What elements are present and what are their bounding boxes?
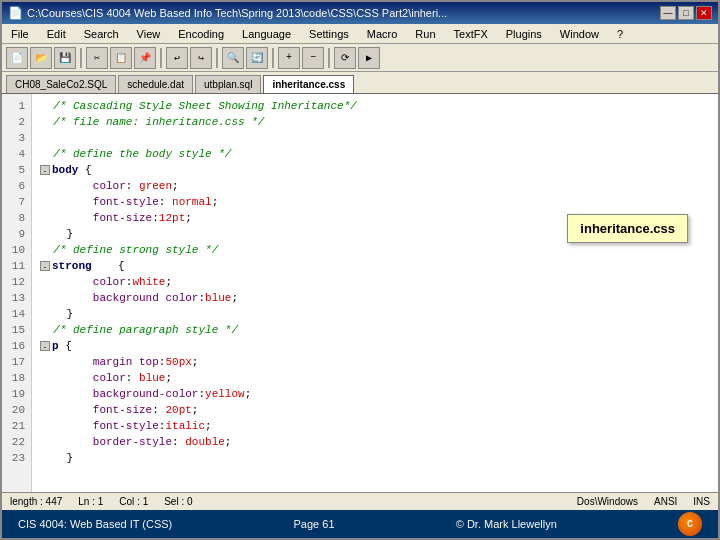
status-sel: Sel : 0 bbox=[164, 496, 192, 507]
status-dos: Dos\Windows bbox=[577, 496, 638, 507]
maximize-button[interactable]: □ bbox=[678, 6, 694, 20]
code-line-23: } bbox=[40, 450, 710, 466]
bottom-bar: CIS 4004: Web Based IT (CSS) Page 61 © D… bbox=[2, 510, 718, 538]
toolbar-cut[interactable]: ✂ bbox=[86, 47, 108, 69]
app-icon: 📄 bbox=[8, 6, 23, 20]
code-line-1: /* Cascading Style Sheet Showing Inherit… bbox=[40, 98, 710, 114]
code-line-11: -strong { bbox=[40, 258, 710, 274]
toolbar-redo[interactable]: ↪ bbox=[190, 47, 212, 69]
code-line-16: -p { bbox=[40, 338, 710, 354]
status-col: Col : 1 bbox=[119, 496, 148, 507]
minimize-button[interactable]: — bbox=[660, 6, 676, 20]
title-bar-buttons: — □ ✕ bbox=[660, 6, 712, 20]
status-ln: Ln : 1 bbox=[78, 496, 103, 507]
toolbar-sep5 bbox=[328, 48, 330, 68]
menu-help[interactable]: ? bbox=[612, 26, 628, 42]
status-ins: INS bbox=[693, 496, 710, 507]
menu-window[interactable]: Window bbox=[555, 26, 604, 42]
menu-language[interactable]: Language bbox=[237, 26, 296, 42]
collapse-body[interactable]: - bbox=[40, 165, 50, 175]
code-line-12: color:white; bbox=[40, 274, 710, 290]
logo-icon: C bbox=[678, 512, 702, 536]
code-line-3 bbox=[40, 130, 710, 146]
menu-plugins[interactable]: Plugins bbox=[501, 26, 547, 42]
tabs-bar: CH08_SaleCo2.SQL schedule.dat utbplan.sq… bbox=[2, 72, 718, 94]
menu-edit[interactable]: Edit bbox=[42, 26, 71, 42]
toolbar-undo[interactable]: ↩ bbox=[166, 47, 188, 69]
menu-textfx[interactable]: TextFX bbox=[449, 26, 493, 42]
code-line-10: /* define strong style */ bbox=[40, 242, 710, 258]
tab-ch08[interactable]: CH08_SaleCo2.SQL bbox=[6, 75, 116, 93]
bottom-right: © Dr. Mark Llewellyn bbox=[456, 518, 557, 530]
toolbar-macro[interactable]: ▶ bbox=[358, 47, 380, 69]
toolbar-sep1 bbox=[80, 48, 82, 68]
code-line-17: margin top:50px; bbox=[40, 354, 710, 370]
line-numbers: 1 2 3 4 5 6 7 8 9 10 11 12 13 14 15 16 1… bbox=[2, 94, 32, 492]
code-line-13: background color:blue; bbox=[40, 290, 710, 306]
toolbar-sep2 bbox=[160, 48, 162, 68]
toolbar-save[interactable]: 💾 bbox=[54, 47, 76, 69]
menu-bar: File Edit Search View Encoding Language … bbox=[2, 24, 718, 44]
window-title: C:\Courses\CIS 4004 Web Based Info Tech\… bbox=[27, 7, 447, 19]
toolbar-sync[interactable]: ⟳ bbox=[334, 47, 356, 69]
status-length: length : 447 bbox=[10, 496, 62, 507]
menu-search[interactable]: Search bbox=[79, 26, 124, 42]
toolbar-find[interactable]: 🔍 bbox=[222, 47, 244, 69]
code-line-5: -body { bbox=[40, 162, 710, 178]
toolbar-replace[interactable]: 🔄 bbox=[246, 47, 268, 69]
bottom-center: Page 61 bbox=[294, 518, 335, 530]
code-line-18: color: blue; bbox=[40, 370, 710, 386]
toolbar-sep3 bbox=[216, 48, 218, 68]
code-line-4: /* define the body style */ bbox=[40, 146, 710, 162]
toolbar-paste[interactable]: 📌 bbox=[134, 47, 156, 69]
tab-schedule[interactable]: schedule.dat bbox=[118, 75, 193, 93]
toolbar-copy[interactable]: 📋 bbox=[110, 47, 132, 69]
code-line-21: font-style:italic; bbox=[40, 418, 710, 434]
status-ansi: ANSI bbox=[654, 496, 677, 507]
code-line-20: font-size: 20pt; bbox=[40, 402, 710, 418]
title-bar: 📄 C:\Courses\CIS 4004 Web Based Info Tec… bbox=[2, 2, 718, 24]
code-line-7: font-style: normal; bbox=[40, 194, 710, 210]
menu-file[interactable]: File bbox=[6, 26, 34, 42]
menu-encoding[interactable]: Encoding bbox=[173, 26, 229, 42]
code-line-19: background-color:yellow; bbox=[40, 386, 710, 402]
toolbar-new[interactable]: 📄 bbox=[6, 47, 28, 69]
toolbar: 📄 📂 💾 ✂ 📋 📌 ↩ ↪ 🔍 🔄 + − ⟳ ▶ bbox=[2, 44, 718, 72]
collapse-p[interactable]: - bbox=[40, 341, 50, 351]
code-line-6: color: green; bbox=[40, 178, 710, 194]
code-line-14: } bbox=[40, 306, 710, 322]
title-bar-left: 📄 C:\Courses\CIS 4004 Web Based Info Tec… bbox=[8, 6, 447, 20]
tooltip-text: inheritance.css bbox=[580, 221, 675, 236]
bottom-left: CIS 4004: Web Based IT (CSS) bbox=[18, 518, 172, 530]
status-bar: length : 447 Ln : 1 Col : 1 Sel : 0 Dos\… bbox=[2, 492, 718, 510]
menu-view[interactable]: View bbox=[132, 26, 166, 42]
toolbar-zoom-out[interactable]: − bbox=[302, 47, 324, 69]
tab-inheritance[interactable]: inheritance.css bbox=[263, 75, 354, 93]
tooltip-box: inheritance.css bbox=[567, 214, 688, 243]
toolbar-sep4 bbox=[272, 48, 274, 68]
toolbar-zoom-in[interactable]: + bbox=[278, 47, 300, 69]
collapse-strong[interactable]: - bbox=[40, 261, 50, 271]
menu-run[interactable]: Run bbox=[410, 26, 440, 42]
menu-settings[interactable]: Settings bbox=[304, 26, 354, 42]
main-window: 📄 C:\Courses\CIS 4004 Web Based Info Tec… bbox=[0, 0, 720, 540]
code-line-15: /* define paragraph style */ bbox=[40, 322, 710, 338]
toolbar-open[interactable]: 📂 bbox=[30, 47, 52, 69]
editor-area: 1 2 3 4 5 6 7 8 9 10 11 12 13 14 15 16 1… bbox=[2, 94, 718, 492]
close-button[interactable]: ✕ bbox=[696, 6, 712, 20]
code-line-2: /* file name: inheritance.css */ bbox=[40, 114, 710, 130]
code-editor[interactable]: /* Cascading Style Sheet Showing Inherit… bbox=[32, 94, 718, 492]
menu-macro[interactable]: Macro bbox=[362, 26, 403, 42]
tab-utbplan[interactable]: utbplan.sql bbox=[195, 75, 261, 93]
code-line-22: border-style: double; bbox=[40, 434, 710, 450]
